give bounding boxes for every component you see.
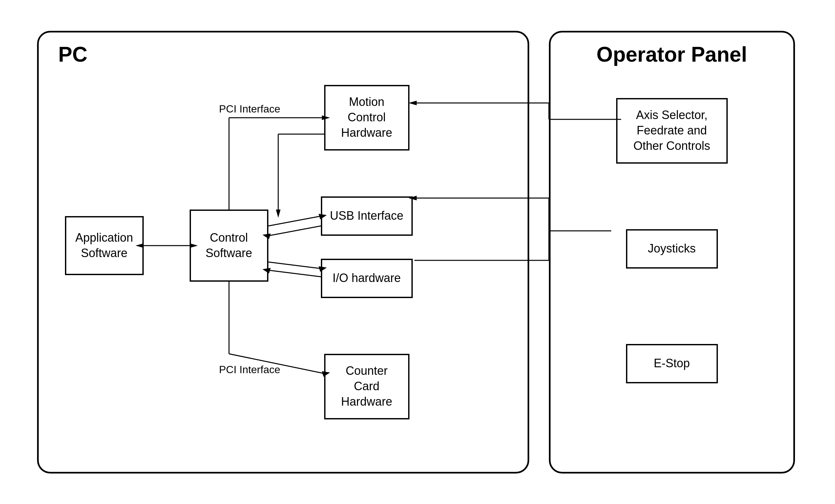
estop-block: E-Stop <box>626 344 718 383</box>
pc-label: PC <box>58 42 88 67</box>
control-software-block: ControlSoftware <box>190 210 268 282</box>
operator-panel: Operator Panel Axis Selector,Feedrate an… <box>549 31 795 474</box>
svg-line-9 <box>268 216 321 226</box>
svg-line-15 <box>268 270 321 277</box>
joysticks-label: Joysticks <box>648 241 696 256</box>
app-software-block: ApplicationSoftware <box>65 216 144 275</box>
motion-control-block: MotionControlHardware <box>324 85 409 150</box>
axis-selector-label: Axis Selector,Feedrate andOther Controls <box>633 108 710 153</box>
motion-control-label: MotionControlHardware <box>341 94 392 140</box>
estop-label: E-Stop <box>654 356 690 371</box>
io-hardware-block: I/O hardware <box>321 259 413 298</box>
pci-top-label: PCI Interface <box>219 103 281 115</box>
diagram-container: PC ApplicationSoftware ControlSoftware M… <box>24 15 811 490</box>
counter-card-block: CounterCardHardware <box>324 354 409 419</box>
svg-line-13 <box>268 262 321 269</box>
control-software-label: ControlSoftware <box>205 230 252 261</box>
counter-card-label: CounterCardHardware <box>341 363 392 409</box>
pc-panel: PC ApplicationSoftware ControlSoftware M… <box>37 31 529 474</box>
svg-marker-8 <box>276 210 281 218</box>
joysticks-block: Joysticks <box>626 229 718 269</box>
usb-interface-block: USB Interface <box>321 196 413 236</box>
usb-interface-label: USB Interface <box>330 208 403 224</box>
pci-bottom-label: PCI Interface <box>219 364 281 376</box>
io-hardware-label: I/O hardware <box>332 271 401 286</box>
app-software-label: ApplicationSoftware <box>75 230 133 261</box>
axis-selector-block: Axis Selector,Feedrate andOther Controls <box>616 98 728 164</box>
svg-line-11 <box>268 226 321 236</box>
operator-label: Operator Panel <box>596 42 747 67</box>
